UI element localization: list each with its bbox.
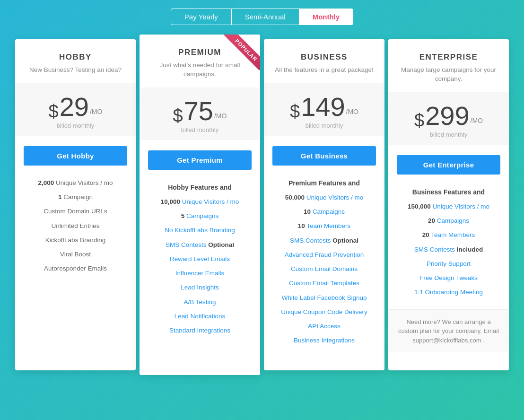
feature-item: 150,000 Unique Visitors / mo [397,200,500,214]
plan-price-hobby: $ 29 /MO [25,94,126,120]
feature-item: 20 Campaigns [397,214,500,228]
billing-btn-yearly[interactable]: Pay Yearly [171,9,232,25]
feature-item: Lead Notifications [148,309,252,324]
plans-container: HOBBY New Business? Testing an idea? $ 2… [0,39,524,389]
plan-price-section-hobby: $ 29 /MO billed monthly [15,83,136,136]
plan-header-enterprise: ENTERPRISE Manage large campaigns for yo… [388,39,509,92]
plan-header-hobby: HOBBY New Business? Testing an idea? [15,39,136,83]
price-period-business: /MO [346,108,358,115]
feature-item: Lead Insights [148,280,252,295]
price-period-hobby: /MO [90,108,102,115]
plan-body-business: Get Business Premium Features and50,000 … [264,136,384,358]
plan-name-hobby: HOBBY [25,52,126,62]
plan-body-hobby: Get Hobby 2,000 Unique Visitors / mo1 Ca… [15,136,136,286]
feature-item: Hobby Features and [148,180,252,195]
price-period-premium: /MO [214,112,227,120]
feature-item: 1 Campaign [24,190,127,204]
feature-item: Free Design Tweaks [397,271,500,285]
plan-price-premium: $ 75 /MO [149,98,251,124]
feature-item: Viral Boost [24,247,127,262]
feature-item: 5 Campaigns [148,209,252,223]
price-period-enterprise: /MO [471,117,483,124]
billing-toggle-section: Pay YearlySemi-AnnualMonthly [0,0,524,39]
feature-item: Custom Domain URLs [24,204,127,219]
feature-item: Advanced Fraud Prevention [272,248,376,262]
feature-item: A/B Testing [148,295,252,309]
feature-item: Premium Features and [272,176,376,191]
plan-card-hobby: HOBBY New Business? Testing an idea? $ 2… [15,39,136,370]
plan-desc-hobby: New Business? Testing an idea? [25,66,126,75]
price-amount-business: 149 [301,94,345,120]
feature-item: 10 Campaigns [272,205,376,219]
plan-header-business: BUSINESS All the features in a great pac… [264,39,384,83]
price-amount-premium: 75 [184,98,213,124]
price-dollar-hobby: $ [49,102,59,120]
cta-btn-premium[interactable]: Get Premium [148,150,252,170]
billing-btn-monthly[interactable]: Monthly [299,9,354,25]
feature-item: Priority Support [397,257,500,271]
billed-note-enterprise: billed monthly [398,131,499,138]
price-dollar-business: $ [290,102,300,120]
feature-item: SMS Contests Optional [272,234,376,248]
feature-item: Reward Level Emails [148,252,252,266]
popular-badge: POPULAR [218,35,260,77]
features-list-hobby: 2,000 Unique Visitors / mo1 CampaignCust… [24,176,127,276]
plan-price-section-premium: $ 75 /MO billed monthly [140,88,260,140]
feature-item: 50,000 Unique Visitors / mo [272,191,376,205]
plan-body-premium: Get Premium Hobby Features and10,000 Uni… [140,140,260,348]
plan-card-premium: POPULAR PREMIUM Just what's needed for s… [140,35,260,375]
plan-price-enterprise: $ 299 /MO [398,103,499,129]
feature-item: KickoffLabs Branding [24,233,127,247]
feature-item: 2,000 Unique Visitors / mo [24,176,127,190]
feature-item: Unlimited Entries [24,219,127,233]
billing-btn-semi-annual[interactable]: Semi-Annual [232,9,299,25]
cta-btn-business[interactable]: Get Business [272,146,376,166]
feature-item: White Label Facebook Signup [272,291,376,305]
plan-price-section-business: $ 149 /MO billed monthly [264,83,384,136]
cta-btn-enterprise[interactable]: Get Enterprise [397,155,500,175]
plan-body-enterprise: Get Enterprise Business Features and150,… [388,145,509,309]
price-dollar-premium: $ [173,106,183,124]
feature-item: Custom Email Templates [272,276,376,290]
billed-note-business: billed monthly [273,122,375,129]
feature-item: Business Integrations [272,333,376,348]
plan-card-business: BUSINESS All the features in a great pac… [264,39,384,370]
feature-item: 10 Team Members [272,219,376,233]
plan-name-enterprise: ENTERPRISE [398,52,499,62]
cta-btn-hobby[interactable]: Get Hobby [24,146,127,166]
features-list-premium: Hobby Features and10,000 Unique Visitors… [148,180,252,338]
feature-item: API Access [272,319,376,333]
enterprise-note: Need more? We can arrange a custom plan … [388,309,509,353]
feature-item: 10,000 Unique Visitors / mo [148,195,252,209]
popular-badge-text: POPULAR [222,35,260,70]
feature-item: Standard Integrations [148,324,252,338]
feature-item: 20 Team Members [397,228,500,242]
features-list-business: Premium Features and50,000 Unique Visito… [272,176,376,348]
feature-item: No KickoffLabs Branding [148,223,252,237]
plan-price-business: $ 149 /MO [273,94,375,120]
feature-item: Influencer Emails [148,266,252,280]
price-amount-enterprise: 299 [425,103,469,129]
feature-item: 1:1 Onboarding Meeting [397,285,500,299]
plan-desc-business: All the features in a great package! [273,66,375,75]
plan-price-section-enterprise: $ 299 /MO billed monthly [388,92,509,145]
billed-note-hobby: billed monthly [25,122,126,129]
plan-name-business: BUSINESS [273,52,375,62]
billed-note-premium: billed monthly [149,126,251,133]
price-dollar-enterprise: $ [414,111,424,129]
feature-item: Custom Email Domains [272,262,376,276]
feature-item: SMS Contests Included [397,243,500,257]
billing-toggle: Pay YearlySemi-AnnualMonthly [0,0,524,39]
feature-item: Autoresponder Emails [24,262,127,276]
feature-item: Unique Coupon Code Delivery [272,305,376,319]
features-list-enterprise: Business Features and150,000 Unique Visi… [397,185,500,300]
feature-item: Business Features and [397,185,500,200]
plan-desc-enterprise: Manage large campaigns for your company. [398,66,499,84]
plan-card-enterprise: ENTERPRISE Manage large campaigns for yo… [388,39,509,370]
feature-item: SMS Contests Optional [148,238,252,252]
price-amount-hobby: 29 [60,94,89,120]
